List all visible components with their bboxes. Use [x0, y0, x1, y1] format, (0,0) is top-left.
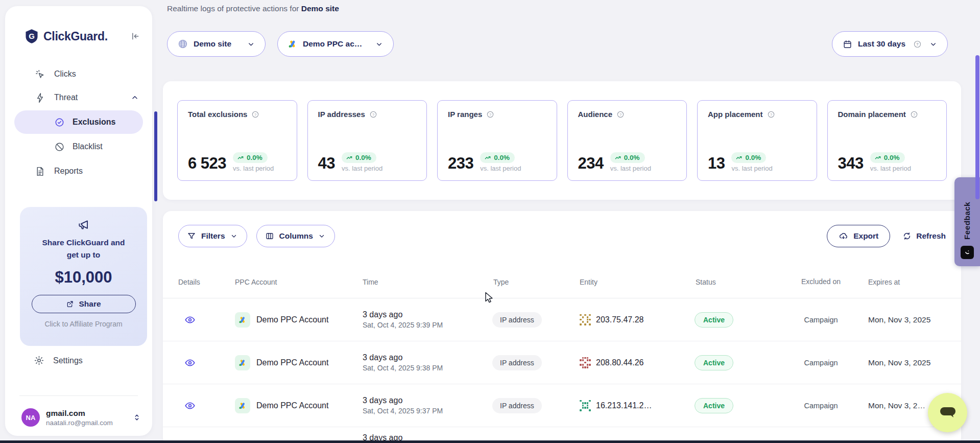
date-range-selector[interactable]: Last 30 days ?	[832, 31, 948, 57]
svg-text:?: ?	[916, 42, 919, 46]
excluded-on-value: Campaign	[794, 402, 848, 410]
stat-value: 43	[318, 155, 335, 172]
table-row[interactable]: Demo PPC Account 3 days agoSat, Oct 4, 2…	[163, 298, 961, 341]
globe-icon	[178, 39, 188, 49]
sidebar-item-reports[interactable]: Reports	[5, 159, 152, 183]
table-row[interactable]: Demo PPC Account 3 days agoSat, Oct 4, 2…	[163, 384, 961, 427]
export-button[interactable]: Export	[827, 225, 890, 247]
view-details-button[interactable]	[182, 355, 198, 370]
help-icon[interactable]: ?	[910, 110, 918, 119]
eye-icon	[184, 400, 196, 411]
account-switcher[interactable]: NA gmail.com naatali.ro@gmail.com	[21, 408, 141, 427]
settings-label: Settings	[53, 356, 83, 365]
col-status: Status	[688, 278, 794, 286]
stat-title: App placement	[708, 110, 763, 119]
account-email: naatali.ro@gmail.com	[46, 419, 113, 427]
share-button[interactable]: Share	[32, 295, 136, 313]
stat-delta-badge: 0.0%	[480, 152, 515, 163]
col-ppc-account: PPC Account	[235, 278, 363, 286]
eye-icon	[184, 314, 196, 325]
sidebar-item-settings[interactable]: Settings	[34, 355, 83, 366]
sidebar-item-blacklist[interactable]: Blacklist	[14, 135, 143, 158]
expires-at-value: Mon, Nov 3, 2025	[848, 358, 946, 367]
stat-title: IP ranges	[448, 110, 482, 119]
help-icon[interactable]: ?	[369, 110, 377, 119]
col-type: Type	[486, 278, 580, 286]
chevron-down-icon	[230, 232, 237, 240]
app-screen: G ClickGuard. Clicks Threat	[0, 0, 980, 443]
sidebar-divider	[19, 395, 138, 396]
external-link-icon	[66, 300, 74, 308]
google-ads-icon	[235, 355, 250, 370]
time-absolute: Sat, Oct 4, 2025 9:39 PM	[363, 321, 486, 329]
view-details-button[interactable]	[182, 398, 198, 413]
site-selector[interactable]: Demo site	[167, 31, 266, 57]
sidebar-collapse-icon[interactable]	[130, 31, 140, 41]
stat-caption: vs. last period	[610, 165, 651, 172]
stat-value: 343	[838, 155, 864, 172]
stat-caption: vs. last period	[480, 165, 521, 172]
svg-text:G: G	[29, 32, 35, 40]
sidebar: G ClickGuard. Clicks Threat	[5, 6, 152, 436]
sidebar-item-exclusions[interactable]: Exclusions	[14, 110, 143, 134]
stat-card-domain-placement: Domain placement? 343 0.0% vs. last peri…	[827, 100, 947, 181]
type-badge: IP address	[492, 312, 542, 328]
feedback-smiley-icon	[961, 246, 974, 259]
document-icon	[35, 166, 45, 177]
help-icon[interactable]: ?	[616, 110, 625, 119]
col-entity: Entity	[580, 278, 688, 286]
table-header-row: Details PPC Account Time Type Entity Sta…	[163, 266, 961, 298]
stat-caption: vs. last period	[233, 165, 274, 172]
sidebar-scrollbar[interactable]	[154, 111, 157, 201]
page-scrollbar[interactable]	[975, 55, 979, 199]
ppc-account-name: Demo PPC Account	[256, 401, 328, 410]
col-details: Details	[178, 278, 235, 286]
cursor-click-icon	[35, 69, 45, 80]
badge-check-icon	[54, 117, 65, 128]
stat-delta-badge: 0.0%	[731, 152, 766, 163]
ppc-account-name: Demo PPC Account	[256, 358, 328, 367]
bottom-edge	[0, 440, 980, 443]
svg-text:?: ?	[770, 112, 772, 116]
account-name: gmail.com	[46, 409, 113, 418]
sidebar-item-threat[interactable]: Threat	[5, 86, 152, 109]
filters-button[interactable]: Filters	[178, 225, 247, 247]
help-icon[interactable]: ?	[251, 110, 259, 119]
google-ads-icon	[288, 39, 297, 49]
exclusions-table-panel: Filters Columns Export Refresh Details P…	[163, 211, 961, 443]
columns-button[interactable]: Columns	[256, 225, 335, 247]
avatar: NA	[21, 408, 40, 427]
table-row[interactable]: Demo PPC Account 3 days agoSat, Oct 4, 2…	[163, 341, 961, 384]
stat-card-app-placement: App placement? 13 0.0% vs. last period	[697, 100, 817, 181]
stat-title: IP addresses	[318, 110, 365, 119]
megaphone-icon	[77, 218, 90, 231]
sidebar-item-clicks[interactable]: Clicks	[5, 62, 152, 86]
table-toolbar: Filters Columns Export Refresh	[178, 225, 946, 247]
chevron-down-icon	[318, 232, 325, 240]
exclusions-table: Details PPC Account Time Type Entity Sta…	[163, 266, 961, 443]
entity-value: 16.213.141.2…	[596, 401, 652, 410]
sidebar-item-label: Reports	[54, 167, 83, 176]
sidebar-item-label: Exclusions	[73, 118, 115, 127]
col-expires-at: Expires at	[848, 278, 946, 286]
chat-launcher-button[interactable]	[928, 393, 967, 432]
view-details-button[interactable]	[182, 312, 198, 328]
status-badge: Active	[695, 355, 733, 370]
trend-up-icon	[614, 154, 622, 161]
chevron-down-icon	[247, 40, 255, 48]
refresh-button[interactable]: Refresh	[902, 231, 946, 241]
site-selector-label: Demo site	[194, 39, 231, 49]
ban-icon	[54, 142, 65, 152]
date-range-label: Last 30 days	[858, 39, 905, 49]
help-icon[interactable]: ?	[767, 110, 775, 119]
sidebar-nav: Clicks Threat Exclusions	[5, 62, 152, 183]
status-badge: Active	[695, 312, 733, 328]
cloud-download-icon	[839, 231, 848, 241]
clickguard-logo-icon: G	[25, 29, 39, 44]
ppc-account-selector[interactable]: Demo PPC ac…	[277, 31, 394, 57]
ppc-selector-label: Demo PPC ac…	[303, 39, 362, 49]
help-icon[interactable]: ?	[486, 110, 494, 119]
affiliate-promo-card[interactable]: Share ClickGuard and get up to $10,000 S…	[20, 207, 147, 346]
stat-card-ip-addresses: IP addresses? 43 0.0% vs. last period	[307, 100, 427, 181]
stat-caption: vs. last period	[342, 165, 383, 172]
